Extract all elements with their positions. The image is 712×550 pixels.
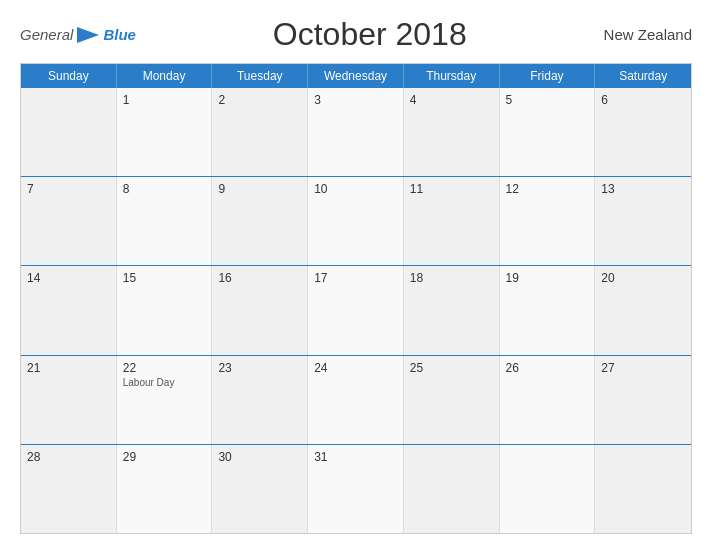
day-cell: 25 <box>404 356 500 444</box>
day-number: 19 <box>506 271 589 285</box>
day-number: 17 <box>314 271 397 285</box>
day-number: 26 <box>506 361 589 375</box>
day-number: 3 <box>314 93 397 107</box>
holiday-label: Labour Day <box>123 377 206 388</box>
logo-blue-text: Blue <box>103 26 136 43</box>
day-number: 12 <box>506 182 589 196</box>
day-number: 13 <box>601 182 685 196</box>
day-number: 29 <box>123 450 206 464</box>
day-number: 28 <box>27 450 110 464</box>
day-headers-row: SundayMondayTuesdayWednesdayThursdayFrid… <box>21 64 691 88</box>
day-cell: 28 <box>21 445 117 533</box>
logo: General Blue <box>20 26 136 43</box>
day-cell: 18 <box>404 266 500 354</box>
day-number: 5 <box>506 93 589 107</box>
day-cell: 2 <box>212 88 308 176</box>
day-cell: 3 <box>308 88 404 176</box>
day-number: 27 <box>601 361 685 375</box>
weeks-container: 12345678910111213141516171819202122Labou… <box>21 88 691 533</box>
day-cell: 22Labour Day <box>117 356 213 444</box>
day-number: 14 <box>27 271 110 285</box>
week-row: 14151617181920 <box>21 266 691 355</box>
day-number: 23 <box>218 361 301 375</box>
day-cell: 27 <box>595 356 691 444</box>
day-cell: 1 <box>117 88 213 176</box>
day-cell: 5 <box>500 88 596 176</box>
day-number: 18 <box>410 271 493 285</box>
day-number: 11 <box>410 182 493 196</box>
day-number: 31 <box>314 450 397 464</box>
calendar: SundayMondayTuesdayWednesdayThursdayFrid… <box>20 63 692 534</box>
day-header-monday: Monday <box>117 64 213 88</box>
day-header-sunday: Sunday <box>21 64 117 88</box>
day-cell: 4 <box>404 88 500 176</box>
day-number: 1 <box>123 93 206 107</box>
day-cell: 10 <box>308 177 404 265</box>
day-cell: 11 <box>404 177 500 265</box>
week-row: 2122Labour Day2324252627 <box>21 356 691 445</box>
day-header-thursday: Thursday <box>404 64 500 88</box>
day-header-friday: Friday <box>500 64 596 88</box>
day-cell: 7 <box>21 177 117 265</box>
day-number: 20 <box>601 271 685 285</box>
page-title: October 2018 <box>273 16 467 53</box>
logo-general-text: General <box>20 26 73 43</box>
day-cell: 21 <box>21 356 117 444</box>
day-number: 22 <box>123 361 206 375</box>
day-number: 16 <box>218 271 301 285</box>
day-cell: 24 <box>308 356 404 444</box>
day-cell: 6 <box>595 88 691 176</box>
week-row: 123456 <box>21 88 691 177</box>
day-cell: 23 <box>212 356 308 444</box>
day-number: 21 <box>27 361 110 375</box>
country-label: New Zealand <box>604 26 692 43</box>
day-number: 10 <box>314 182 397 196</box>
day-number: 24 <box>314 361 397 375</box>
day-cell: 20 <box>595 266 691 354</box>
day-cell: 13 <box>595 177 691 265</box>
day-header-tuesday: Tuesday <box>212 64 308 88</box>
day-cell <box>404 445 500 533</box>
day-number: 30 <box>218 450 301 464</box>
day-number: 2 <box>218 93 301 107</box>
day-number: 4 <box>410 93 493 107</box>
week-row: 78910111213 <box>21 177 691 266</box>
day-cell: 31 <box>308 445 404 533</box>
day-cell: 14 <box>21 266 117 354</box>
day-cell: 15 <box>117 266 213 354</box>
svg-marker-0 <box>77 27 99 43</box>
day-number: 15 <box>123 271 206 285</box>
day-cell: 9 <box>212 177 308 265</box>
logo-flag-icon <box>77 27 99 43</box>
day-header-wednesday: Wednesday <box>308 64 404 88</box>
day-number: 6 <box>601 93 685 107</box>
day-number: 25 <box>410 361 493 375</box>
day-cell: 8 <box>117 177 213 265</box>
day-cell: 19 <box>500 266 596 354</box>
day-header-saturday: Saturday <box>595 64 691 88</box>
day-cell: 16 <box>212 266 308 354</box>
week-row: 28293031 <box>21 445 691 533</box>
day-cell: 29 <box>117 445 213 533</box>
day-number: 9 <box>218 182 301 196</box>
day-number: 7 <box>27 182 110 196</box>
day-cell: 30 <box>212 445 308 533</box>
day-cell <box>595 445 691 533</box>
page-header: General Blue October 2018 New Zealand <box>20 16 692 53</box>
day-cell: 17 <box>308 266 404 354</box>
day-number: 8 <box>123 182 206 196</box>
day-cell <box>21 88 117 176</box>
day-cell: 26 <box>500 356 596 444</box>
day-cell <box>500 445 596 533</box>
day-cell: 12 <box>500 177 596 265</box>
